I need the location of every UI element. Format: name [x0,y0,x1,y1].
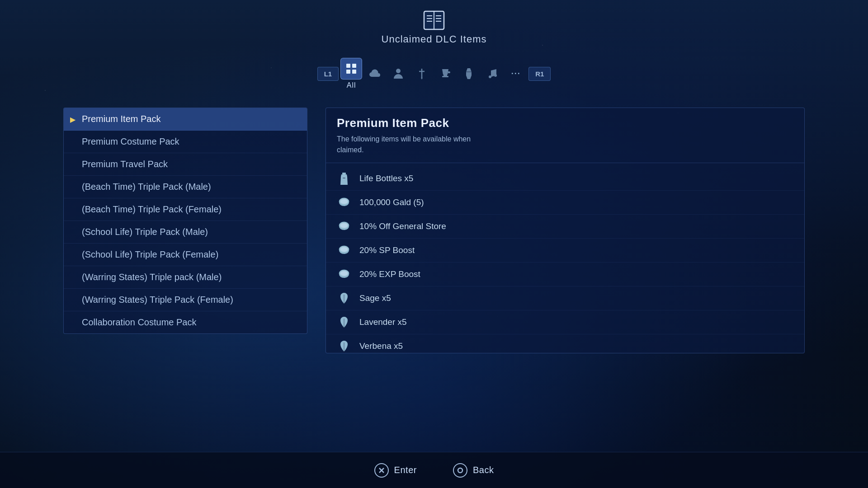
svg-rect-9 [352,64,356,68]
tab-all[interactable] [340,58,362,80]
list-item-school-life-male[interactable]: (School Life) Triple Pack (Male) [64,221,307,244]
detail-item-sage: Sage x5 [326,286,804,310]
svg-rect-8 [346,64,350,68]
enter-label: Enter [394,465,417,475]
back-button[interactable]: Back [453,463,494,478]
detail-items-list: Life Bottles x5 100,000 Gald (5) [326,163,804,353]
detail-item-name: Lavender x5 [359,317,407,327]
coin-icon [337,195,351,210]
page-title: Unclaimed DLC Items [382,33,487,45]
detail-item-name: Verbena x5 [359,341,403,351]
list-item-premium-travel-pack[interactable]: Premium Travel Pack [64,153,307,176]
x-button-icon [374,463,389,478]
svg-rect-11 [352,70,356,74]
detail-item-name: 20% EXP Boost [359,269,420,279]
detail-item-exp-boost: 20% EXP Boost [326,263,804,286]
svg-rect-21 [343,178,345,178]
tab-vase[interactable] [458,63,480,84]
detail-item-name: 20% SP Boost [359,245,415,255]
herb-icon-3 [337,339,351,353]
detail-item-life-bottles: Life Bottles x5 [326,167,804,191]
tab-nav-right[interactable]: R1 [528,67,551,81]
bottom-bar: Enter Back [0,452,868,488]
detail-header: Premium Item Pack The following items wi… [326,108,804,163]
tab-sword[interactable] [411,63,433,84]
svg-point-30 [340,247,348,252]
tab-bar: L1 All [0,58,868,89]
enter-button[interactable]: Enter [374,463,417,478]
coin-icon-2 [337,219,351,234]
svg-point-12 [396,69,401,73]
bottle-icon [337,171,351,186]
detail-item-name: 100,000 Gald (5) [359,197,424,207]
list-item-warring-states-female[interactable]: (Warring States) Triple Pack (Female) [64,289,307,311]
svg-point-24 [340,199,348,204]
list-item-beach-time-male[interactable]: (Beach Time) Triple Pack (Male) [64,176,307,198]
svg-point-33 [340,271,348,276]
svg-point-19 [494,74,497,77]
tab-nav-left[interactable]: L1 [317,67,339,81]
detail-item-gald: 100,000 Gald (5) [326,191,804,215]
svg-rect-10 [346,70,350,74]
list-item-premium-item-pack[interactable]: Premium Item Pack [64,108,307,131]
list-item-beach-time-female[interactable]: (Beach Time) Triple Pack (Female) [64,198,307,221]
circle-button-icon [453,463,467,478]
svg-rect-16 [442,76,448,77]
tab-character[interactable] [387,63,409,84]
detail-item-verbena: Verbena x5 [326,334,804,353]
detail-panel: Premium Item Pack The following items wi… [326,108,805,353]
detail-item-lavender: Lavender x5 [326,310,804,334]
tab-all-label: All [347,81,356,89]
detail-item-store-discount: 10% Off General Store [326,215,804,239]
detail-item-name: Life Bottles x5 [359,174,413,183]
svg-point-44 [458,468,462,473]
svg-rect-15 [443,75,447,76]
detail-item-name: Sage x5 [359,293,391,303]
list-item-school-life-female[interactable]: (School Life) Triple Pack (Female) [64,244,307,266]
back-label: Back [473,465,494,475]
coin-icon-4 [337,267,351,282]
tab-cup[interactable] [434,63,456,84]
detail-item-sp-boost: 20% SP Boost [326,239,804,263]
svg-point-27 [340,223,348,228]
detail-item-name: 10% Off General Store [359,221,446,231]
dlc-icon [422,8,446,33]
detail-title: Premium Item Pack [337,116,793,130]
list-item-collaboration-costume-pack[interactable]: Collaboration Costume Pack [64,311,307,333]
tab-more[interactable]: ··· [505,63,527,84]
item-list-panel: Premium Item Pack Premium Costume Pack P… [63,108,307,353]
coin-icon-3 [337,243,351,258]
herb-icon-2 [337,315,351,329]
svg-point-18 [489,75,491,78]
tab-music[interactable] [481,63,503,84]
list-item-warring-states-male[interactable]: (Warring States) Triple pack (Male) [64,266,307,289]
tab-cloud[interactable] [364,63,386,84]
item-list: Premium Item Pack Premium Costume Pack P… [63,108,307,334]
herb-icon [337,291,351,305]
svg-rect-20 [342,173,346,174]
detail-subtitle: The following items will be available wh… [337,134,793,155]
list-item-premium-costume-pack[interactable]: Premium Costume Pack [64,131,307,153]
